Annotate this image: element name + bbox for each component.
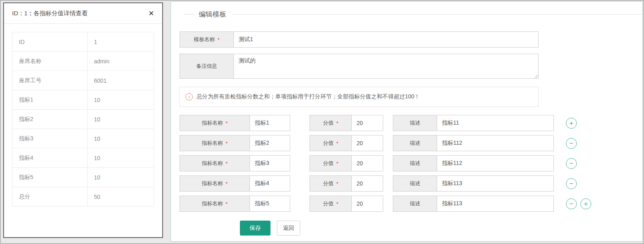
remove-row-button[interactable]: − <box>566 158 577 169</box>
label-text: 指标名称 <box>202 119 223 127</box>
indicator-name-input[interactable] <box>250 115 290 131</box>
label-text: 指标名称 <box>202 180 223 187</box>
indicator-row: 指标名称 * 分值 * 描述 − <box>180 175 642 192</box>
row-actions: − <box>566 138 577 149</box>
minus-icon: − <box>570 160 574 167</box>
detail-label: 总分 <box>12 187 88 206</box>
indicator-desc-field: 描述 <box>393 135 554 151</box>
detail-value: 10 <box>87 148 154 168</box>
indicator-row: 指标名称 * 分值 * 描述 − <box>180 155 642 171</box>
alert-text: 总分为所有质检指标分数之和；单项指标用于打分环节；全部指标分值之和不得超过100… <box>196 93 420 100</box>
required-asterisk: * <box>336 161 338 167</box>
minus-icon: − <box>570 200 574 207</box>
indicator-name-field: 指标名称 * <box>180 175 290 192</box>
row-actions: + <box>566 118 577 129</box>
indicator-row: 指标名称 * 分值 * 描述 −+ <box>180 196 642 212</box>
indicator-name-field: 指标名称 * <box>180 196 290 212</box>
plus-icon: + <box>570 120 574 127</box>
indicator-name-label: 指标名称 * <box>180 175 250 192</box>
indicator-rows: 指标名称 * 分值 * 描述 + 指标名称 * <box>180 115 642 212</box>
template-name-input[interactable] <box>233 31 539 48</box>
table-row: 指标5 10 <box>12 168 154 187</box>
indicator-desc-input[interactable] <box>437 115 554 131</box>
label-text: 描述 <box>410 180 420 187</box>
indicator-desc-field: 描述 <box>393 175 554 192</box>
indicator-desc-input[interactable] <box>437 175 554 192</box>
remove-row-button[interactable]: − <box>566 178 577 189</box>
indicator-score-input[interactable] <box>351 135 383 151</box>
indicator-desc-label: 描述 <box>393 135 437 151</box>
close-button[interactable]: ✕ <box>149 10 154 17</box>
indicator-score-label: 分值 * <box>310 175 352 192</box>
label-text: 指标名称 <box>202 140 223 147</box>
detail-label: 指标3 <box>12 129 88 148</box>
section-header: 编辑模板 <box>180 9 642 19</box>
indicator-score-input[interactable] <box>351 155 383 171</box>
edit-template-panel: 编辑模板 模板名称 * 备注信息 测试的 i 总分为所有质检指标分数之和；单项指… <box>171 1 643 242</box>
table-row: 座席工号 6001 <box>12 71 154 90</box>
indicator-name-input[interactable] <box>250 155 290 171</box>
indicator-name-label: 指标名称 * <box>180 135 250 151</box>
detail-label: ID <box>12 32 88 52</box>
label-text: 分值 <box>323 180 333 187</box>
label-text: 描述 <box>410 160 420 167</box>
template-name-label: 模板名称 * <box>180 31 234 48</box>
table-row: ID 1 <box>12 32 154 52</box>
legend-line <box>232 14 642 15</box>
indicator-desc-input[interactable] <box>437 155 554 171</box>
remark-textarea-wrap: 测试的 <box>233 54 539 79</box>
detail-table: ID 1 座席名称 admin 座席工号 6001 指标1 10 指标2 10 … <box>12 32 154 206</box>
back-button[interactable]: 返回 <box>277 221 300 236</box>
indicator-name-input[interactable] <box>250 135 290 151</box>
indicator-desc-input[interactable] <box>437 196 554 212</box>
detail-value: 10 <box>87 90 154 110</box>
remove-row-button[interactable]: − <box>566 138 577 149</box>
label-text: 分值 <box>323 140 333 147</box>
save-button[interactable]: 保存 <box>240 221 270 236</box>
table-row: 总分 50 <box>12 187 154 206</box>
indicator-desc-label: 描述 <box>393 175 437 192</box>
table-row: 指标4 10 <box>12 148 154 168</box>
indicator-desc-label: 描述 <box>393 196 437 212</box>
detail-label: 指标1 <box>12 90 88 110</box>
table-row: 指标2 10 <box>12 110 154 129</box>
minus-icon: − <box>570 180 574 187</box>
minus-icon: − <box>570 140 574 147</box>
row-actions: −+ <box>566 198 591 209</box>
add-row-button[interactable]: + <box>580 198 591 209</box>
indicator-score-input[interactable] <box>351 175 383 192</box>
indicator-name-input[interactable] <box>250 175 290 192</box>
required-asterisk: * <box>336 120 338 126</box>
required-asterisk: * <box>336 181 338 187</box>
label-text: 描述 <box>410 140 420 147</box>
indicator-score-field: 分值 * <box>310 175 383 192</box>
label-text: 分值 <box>323 200 333 207</box>
remove-row-button[interactable]: − <box>566 198 577 209</box>
remark-textarea[interactable]: 测试的 <box>233 54 539 79</box>
indicator-score-input[interactable] <box>351 196 383 212</box>
indicator-desc-label: 描述 <box>393 155 437 171</box>
required-asterisk: * <box>225 181 227 187</box>
label-text: 备注信息 <box>196 63 217 70</box>
row-actions: − <box>566 158 577 169</box>
indicator-score-label: 分值 * <box>310 135 352 151</box>
required-asterisk: * <box>336 201 338 207</box>
row-actions: − <box>566 178 577 189</box>
indicator-desc-label: 描述 <box>393 115 437 131</box>
indicator-score-field: 分值 * <box>310 196 383 212</box>
remark-label: 备注信息 <box>180 54 234 79</box>
indicator-score-field: 分值 * <box>310 155 383 171</box>
label-text: 描述 <box>410 200 420 207</box>
detail-value: 10 <box>87 168 154 187</box>
table-row: 指标3 10 <box>12 129 154 148</box>
indicator-row: 指标名称 * 分值 * 描述 + <box>180 115 642 131</box>
plus-icon: + <box>584 200 588 207</box>
indicator-desc-input[interactable] <box>437 135 554 151</box>
required-asterisk: * <box>225 120 227 126</box>
indicator-name-field: 指标名称 * <box>180 115 290 131</box>
indicator-name-input[interactable] <box>250 196 290 212</box>
detail-label: 座席工号 <box>12 71 88 90</box>
label-text: 指标名称 <box>202 160 223 167</box>
add-row-button[interactable]: + <box>566 118 577 129</box>
indicator-score-input[interactable] <box>351 115 383 131</box>
